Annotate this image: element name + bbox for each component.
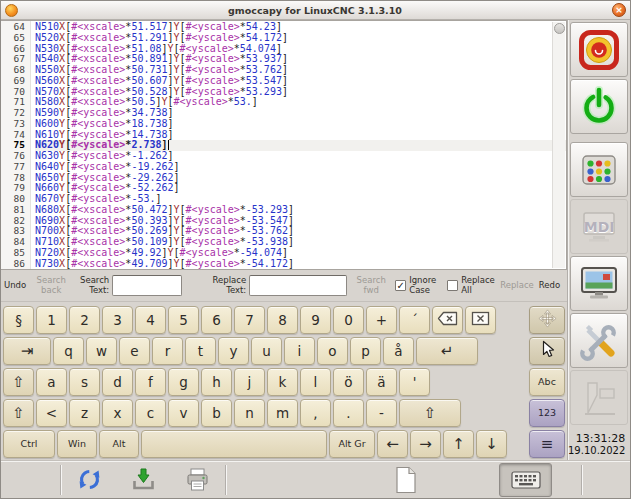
move-icon bbox=[538, 309, 557, 331]
key-3[interactable]: 3 bbox=[102, 306, 133, 334]
editor-code[interactable]: N510X[#<xscale>*51.517]Y[#<yscale>*54.23… bbox=[31, 21, 566, 269]
key-t[interactable]: t bbox=[185, 337, 216, 365]
key-period[interactable]: . bbox=[333, 399, 364, 427]
key-u[interactable]: u bbox=[251, 337, 282, 365]
key-m[interactable]: m bbox=[267, 399, 298, 427]
key-arrow-down[interactable]: ↓ bbox=[476, 430, 507, 458]
key-8[interactable]: 8 bbox=[267, 306, 298, 334]
close-button[interactable]: × bbox=[612, 3, 626, 17]
key-f[interactable]: f bbox=[135, 368, 166, 396]
key-adiaeresis[interactable]: ä bbox=[366, 368, 397, 396]
key-2[interactable]: 2 bbox=[69, 306, 100, 334]
keyboard-row: ⇧asdfghjklöä'Abc bbox=[3, 366, 565, 397]
emergency-stop-button[interactable] bbox=[570, 22, 628, 77]
key-plus[interactable]: + bbox=[366, 306, 397, 334]
key-g[interactable]: g bbox=[168, 368, 199, 396]
titlebar[interactable]: gmoccapy for LinuxCNC 3.1.3.10 × bbox=[1, 1, 630, 20]
save-button[interactable] bbox=[116, 463, 170, 497]
key-shift-right[interactable]: ⇧ bbox=[399, 399, 461, 427]
manual-mode-button[interactable] bbox=[570, 142, 628, 197]
key-o[interactable]: o bbox=[317, 337, 348, 365]
key-y[interactable]: y bbox=[218, 337, 249, 365]
key-altgr[interactable]: Alt Gr bbox=[329, 430, 375, 458]
key-space[interactable] bbox=[141, 430, 327, 458]
key-aring[interactable]: å bbox=[383, 337, 414, 365]
redo-button[interactable]: Redo bbox=[538, 279, 561, 292]
key-i[interactable]: i bbox=[284, 337, 315, 365]
key-alt[interactable]: Alt bbox=[99, 430, 139, 458]
toolbar-gap bbox=[584, 479, 628, 480]
key-arrow-right[interactable]: → bbox=[410, 430, 441, 458]
machine-on-button[interactable] bbox=[570, 79, 628, 134]
save-as-button[interactable] bbox=[170, 463, 224, 497]
line-number: 65 bbox=[1, 33, 30, 44]
key-shift-left[interactable]: ⇧ bbox=[3, 399, 34, 427]
key-h[interactable]: h bbox=[201, 368, 232, 396]
key-backspace[interactable] bbox=[432, 306, 463, 334]
key-numbers[interactable]: 123 bbox=[529, 399, 565, 427]
key-e[interactable]: e bbox=[119, 337, 150, 365]
search-text-input[interactable] bbox=[112, 275, 182, 296]
key-odiaeresis[interactable]: ö bbox=[333, 368, 364, 396]
key-tab[interactable]: ⇥ bbox=[3, 337, 51, 365]
key-4[interactable]: 4 bbox=[135, 306, 166, 334]
key-7[interactable]: 7 bbox=[234, 306, 265, 334]
key-s[interactable]: s bbox=[69, 368, 100, 396]
key-abc[interactable]: Abc bbox=[529, 368, 565, 396]
key-delete[interactable] bbox=[465, 306, 496, 334]
key-q[interactable]: q bbox=[53, 337, 84, 365]
key-x[interactable]: x bbox=[102, 399, 133, 427]
key-arrow-left[interactable]: ← bbox=[377, 430, 408, 458]
key-less[interactable]: < bbox=[36, 399, 67, 427]
key-1[interactable]: 1 bbox=[36, 306, 67, 334]
key-b[interactable]: b bbox=[201, 399, 232, 427]
reload-button[interactable] bbox=[63, 463, 117, 497]
search-back-button: Search back bbox=[30, 274, 72, 297]
key-c[interactable]: c bbox=[135, 399, 166, 427]
key-n[interactable]: n bbox=[234, 399, 265, 427]
key-l[interactable]: l bbox=[300, 368, 331, 396]
search-text-label: Search Text: bbox=[75, 276, 109, 295]
key-5[interactable]: 5 bbox=[168, 306, 199, 334]
key-d[interactable]: d bbox=[102, 368, 133, 396]
settings-button[interactable] bbox=[570, 313, 628, 368]
auto-mode-button[interactable] bbox=[570, 256, 628, 311]
editor-scrollbar[interactable] bbox=[552, 22, 565, 268]
delete-icon bbox=[471, 311, 490, 329]
key-0[interactable]: 0 bbox=[333, 306, 364, 334]
key-enter[interactable]: ↵ bbox=[416, 337, 478, 365]
new-file-button[interactable] bbox=[379, 463, 433, 497]
key-r[interactable]: r bbox=[152, 337, 183, 365]
manual-mode-icon bbox=[576, 147, 622, 193]
key-ctrl[interactable]: Ctrl bbox=[3, 430, 55, 458]
key-arrow-up[interactable]: ↑ bbox=[443, 430, 474, 458]
key-shift-row3[interactable]: ⇧ bbox=[3, 368, 34, 396]
key-pointer[interactable] bbox=[529, 337, 565, 365]
line-number: 73 bbox=[1, 119, 30, 130]
key-acute[interactable]: ´ bbox=[399, 306, 430, 334]
key-k[interactable]: k bbox=[267, 368, 298, 396]
key-6[interactable]: 6 bbox=[201, 306, 232, 334]
keyboard-toggle-button[interactable] bbox=[499, 463, 553, 497]
key-w[interactable]: w bbox=[86, 337, 117, 365]
gcode-editor[interactable]: 6465666768697071727374757677787980818283… bbox=[1, 20, 567, 270]
scrollbar-thumb[interactable] bbox=[554, 23, 565, 34]
key-win[interactable]: Win bbox=[57, 430, 97, 458]
key-apostrophe[interactable]: ' bbox=[399, 368, 430, 396]
key-p[interactable]: p bbox=[350, 337, 381, 365]
key-minus[interactable]: - bbox=[366, 399, 397, 427]
key-section[interactable]: § bbox=[3, 306, 34, 334]
key-9[interactable]: 9 bbox=[300, 306, 331, 334]
key-menu[interactable]: ≡ bbox=[529, 430, 565, 458]
replace-text-input[interactable] bbox=[249, 275, 347, 296]
undo-button[interactable]: Undo bbox=[3, 279, 27, 292]
key-a[interactable]: a bbox=[36, 368, 67, 396]
key-move[interactable] bbox=[529, 306, 565, 334]
key-v[interactable]: v bbox=[168, 399, 199, 427]
ignore-case-checkbox[interactable]: ✓ Ignore Case bbox=[395, 276, 444, 295]
code-line[interactable]: N730X[#<xscale>*49.709]Y[#<yscale>*-54.1… bbox=[35, 259, 566, 270]
key-j[interactable]: j bbox=[234, 368, 265, 396]
key-comma[interactable]: , bbox=[300, 399, 331, 427]
key-z[interactable]: z bbox=[69, 399, 100, 427]
replace-all-checkbox[interactable]: Replace All bbox=[447, 276, 496, 295]
